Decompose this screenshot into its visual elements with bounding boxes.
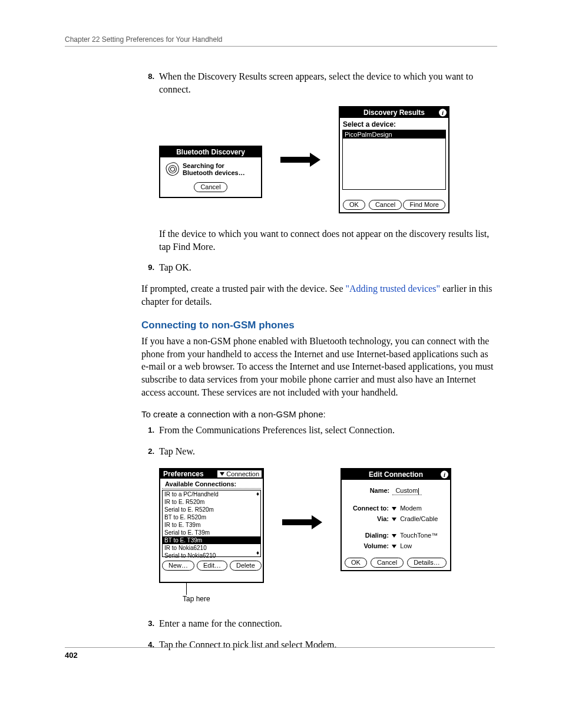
discovery-results-screen: Discovery Results i Select a device: Pic… <box>339 106 449 213</box>
step-8: 8. When the Discovery Results screen app… <box>141 70 497 95</box>
connection-item[interactable]: BT to E. R520m <box>163 513 260 521</box>
via-picker[interactable]: Cradle/Cable <box>392 515 438 522</box>
connection-item[interactable]: Serial to E. T39m <box>163 529 260 536</box>
arrow-icon <box>280 153 321 167</box>
searching-text-1: Searching for <box>183 162 245 169</box>
step-number: 8. <box>141 70 159 95</box>
connect-to-label: Connect to: <box>348 505 389 512</box>
dialing-picker[interactable]: TouchTone™ <box>392 532 438 539</box>
step-number: 1. <box>141 424 159 437</box>
trusted-pair-paragraph: If prompted, create a trusted pair with … <box>141 282 497 308</box>
new-button[interactable]: New… <box>162 561 194 571</box>
ok-button[interactable]: OK <box>345 558 367 568</box>
volume-picker[interactable]: Low <box>392 542 412 549</box>
step-number: 2. <box>141 445 159 458</box>
connection-item[interactable]: IR to E. T39m <box>163 521 260 529</box>
step-number: 9. <box>141 261 159 274</box>
preferences-screen: Preferences Connection Available Connect… <box>159 468 264 583</box>
dialing-label: Dialing: <box>348 532 389 539</box>
connection-item[interactable]: IR to Nokia6210 <box>163 544 260 552</box>
info-icon[interactable]: i <box>439 109 447 117</box>
cancel-button[interactable]: Cancel <box>369 200 402 210</box>
details-button[interactable]: Details… <box>407 558 447 568</box>
screen-title: Discovery Results i <box>340 107 448 118</box>
volume-label: Volume: <box>348 542 389 549</box>
figure-discovery: Bluetooth Discovery Searching for Blueto… <box>159 106 497 213</box>
connect-to-picker[interactable]: Modem <box>392 505 422 512</box>
screen-title: Edit Connection i <box>342 469 450 480</box>
select-device-label: Select a device: <box>340 118 448 130</box>
step-text: Tap New. <box>159 445 195 458</box>
cancel-button[interactable]: Cancel <box>371 558 404 568</box>
category-picker[interactable]: Connection <box>217 470 262 477</box>
step-9: 9. Tap OK. <box>141 261 497 274</box>
step-text: Tap OK. <box>159 261 191 274</box>
chevron-down-icon <box>392 545 396 548</box>
delete-button[interactable]: Delete <box>230 561 262 571</box>
procedure-heading: To create a connection with a non-GSM ph… <box>141 409 497 419</box>
step-text: From the Communications Preferences list… <box>159 424 395 437</box>
step-number: 3. <box>141 617 159 630</box>
name-field[interactable]: Custom <box>392 487 422 495</box>
device-list[interactable]: PicoPalmDesign <box>342 130 446 190</box>
preferences-title: Preferences <box>161 469 206 479</box>
tap-here-caption: Tap here <box>183 595 264 603</box>
connection-list[interactable]: ♦ IR to a PC/HandheldIR to E. R520mSeria… <box>162 490 261 557</box>
step-text: When the Discovery Results screen appear… <box>159 70 497 95</box>
step-8-note: If the device to which you want to conne… <box>159 228 497 253</box>
page-number: 402 <box>65 647 495 660</box>
dialog-title: Bluetooth Discovery <box>160 147 261 157</box>
ok-button[interactable]: OK <box>343 200 365 210</box>
name-label: Name: <box>370 487 390 494</box>
info-icon[interactable]: i <box>441 471 448 479</box>
adding-trusted-devices-link[interactable]: "Adding trusted devices" <box>346 284 441 294</box>
arrow-icon <box>282 515 323 529</box>
bluetooth-discovery-dialog: Bluetooth Discovery Searching for Blueto… <box>159 146 262 198</box>
connection-item[interactable]: IR to a PC/Handheld <box>163 490 260 498</box>
connection-item[interactable]: BT to E. T39m <box>163 536 260 544</box>
connection-item[interactable]: Serial to Nokia6210 <box>163 552 260 559</box>
edit-button[interactable]: Edit… <box>197 561 227 571</box>
step-1: 1. From the Communications Preferences l… <box>141 424 497 437</box>
searching-icon <box>164 161 181 177</box>
chevron-down-icon <box>392 507 396 510</box>
find-more-button[interactable]: Find More <box>403 200 445 210</box>
searching-text-2: Bluetooth devices… <box>183 169 245 176</box>
scroll-down-icon[interactable]: ♦ <box>256 550 259 556</box>
section-heading: Connecting to non-GSM phones <box>141 319 497 331</box>
scroll-up-icon[interactable]: ♦ <box>256 491 259 497</box>
section-paragraph: If you have a non-GSM phone enabled with… <box>141 335 497 398</box>
available-connections-label: Available Connections: <box>162 479 261 489</box>
device-item[interactable]: PicoPalmDesign <box>343 130 445 139</box>
chevron-down-icon <box>392 518 396 521</box>
step-2: 2. Tap New. <box>141 445 497 458</box>
page-header: Chapter 22 Setting Preferences for Your … <box>65 35 497 47</box>
chevron-down-icon <box>220 472 224 476</box>
step-3: 3. Enter a name for the connection. <box>141 617 497 630</box>
figure-connection: Preferences Connection Available Connect… <box>159 468 497 603</box>
step-text: Enter a name for the connection. <box>159 617 282 630</box>
via-label: Via: <box>348 515 389 522</box>
edit-connection-screen: Edit Connection i Name: Custom Connect t… <box>340 468 451 571</box>
connection-item[interactable]: IR to E. R520m <box>163 498 260 506</box>
cancel-button[interactable]: Cancel <box>194 182 227 192</box>
chevron-down-icon <box>392 534 396 538</box>
connection-item[interactable]: Serial to E. R520m <box>163 506 260 513</box>
